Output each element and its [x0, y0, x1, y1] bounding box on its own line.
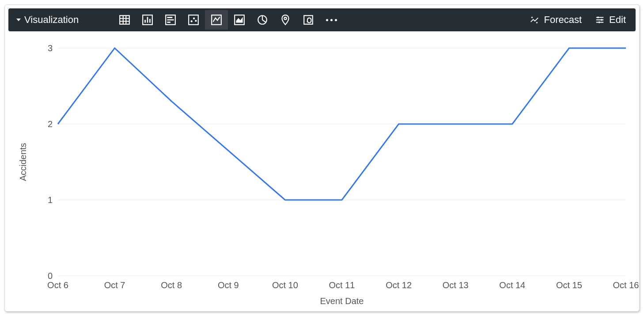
y-tick-label: 1: [48, 195, 53, 205]
visualization-panel: Visualization: [4, 4, 640, 312]
visualization-dropdown[interactable]: Visualization: [12, 11, 83, 28]
y-tick-label: 0: [48, 271, 53, 281]
line-chart: 0123Oct 6Oct 7Oct 8Oct 9Oct 10Oct 11Oct …: [5, 35, 639, 311]
more-chart-types-button[interactable]: [320, 10, 343, 30]
dots-horizontal-icon: [322, 19, 341, 21]
x-tick-label: Oct 8: [161, 280, 182, 290]
svg-rect-13: [189, 15, 198, 25]
table-icon: [119, 14, 130, 26]
edit-button[interactable]: Edit: [595, 14, 626, 26]
svg-point-14: [191, 21, 192, 22]
column-chart-icon: [142, 14, 153, 26]
x-tick-label: Oct 9: [218, 280, 239, 290]
x-tick-label: Oct 7: [104, 280, 125, 290]
x-tick-label: Oct 11: [329, 280, 355, 290]
bar-chart-icon: [165, 14, 176, 26]
x-tick-label: Oct 12: [386, 280, 412, 290]
x-tick-label: Oct 6: [47, 280, 68, 290]
svg-rect-0: [120, 15, 129, 24]
y-tick-label: 2: [48, 119, 53, 129]
svg-marker-19: [236, 17, 243, 23]
forecast-icon: [530, 15, 539, 25]
x-tick-label: Oct 13: [443, 280, 469, 290]
line-chart-icon: [211, 14, 222, 26]
caret-down-icon: [16, 19, 21, 21]
svg-point-15: [193, 18, 195, 19]
line-chart-button[interactable]: [205, 10, 228, 30]
visualization-toolbar: Visualization: [8, 8, 636, 31]
svg-point-16: [195, 20, 197, 22]
svg-point-21: [284, 17, 286, 19]
x-tick-label: Oct 16: [613, 280, 639, 290]
x-axis-label: Event Date: [320, 296, 364, 306]
settings-sliders-icon: [595, 15, 605, 25]
bar-chart-button[interactable]: [159, 10, 182, 30]
forecast-button[interactable]: Forecast: [530, 14, 582, 26]
svg-rect-28: [599, 22, 600, 23]
svg-rect-27: [601, 19, 602, 21]
column-chart-button[interactable]: [136, 10, 159, 30]
y-axis-label: Accidents: [18, 143, 28, 181]
x-tick-label: Oct 14: [499, 280, 525, 290]
edit-label: Edit: [609, 14, 626, 26]
x-tick-label: Oct 15: [556, 280, 582, 290]
scatter-icon: [188, 14, 199, 26]
single-value-button[interactable]: [297, 10, 320, 30]
svg-rect-26: [598, 17, 599, 19]
pie-chart-button[interactable]: [251, 10, 274, 30]
scatter-chart-button[interactable]: [182, 10, 205, 30]
pie-chart-icon: [257, 14, 268, 26]
map-chart-button[interactable]: [274, 10, 297, 30]
area-chart-button[interactable]: [228, 10, 251, 30]
chart-area: 0123Oct 6Oct 7Oct 8Oct 9Oct 10Oct 11Oct …: [5, 35, 639, 311]
forecast-label: Forecast: [544, 14, 582, 26]
map-pin-icon: [280, 14, 291, 26]
visualization-title: Visualization: [24, 14, 79, 26]
area-chart-icon: [234, 14, 245, 26]
chart-type-picker: [113, 10, 343, 30]
x-tick-label: Oct 10: [272, 280, 298, 290]
table-chart-button[interactable]: [113, 10, 136, 30]
y-tick-label: 3: [48, 43, 53, 53]
single-value-icon: [303, 14, 314, 26]
